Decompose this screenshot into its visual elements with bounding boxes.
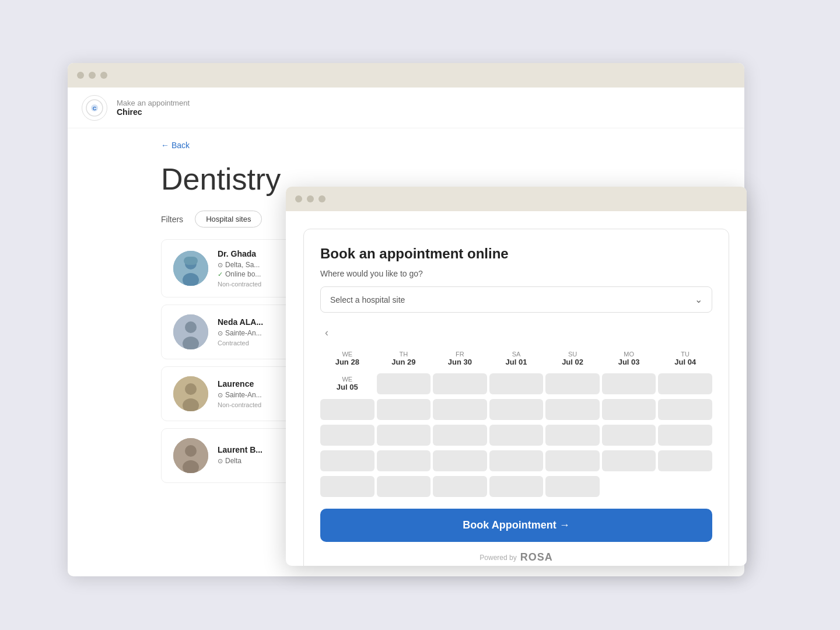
location-icon-1 xyxy=(218,261,223,269)
cal-header-0: WE Jun 28 xyxy=(320,348,374,371)
cal-slot-2-4[interactable] xyxy=(320,450,374,471)
app-header: C Make an appointment Chirec xyxy=(68,88,744,128)
check-icon-1 xyxy=(218,270,223,278)
avatar-svg-2 xyxy=(173,314,208,349)
header-text: Make an appointment Chirec xyxy=(117,99,190,117)
cal-slot-2-7[interactable] xyxy=(489,450,544,471)
titlebar-dot-3 xyxy=(100,72,107,79)
avatar-svg-4 xyxy=(173,438,208,473)
cal-header-7: WE Jul 05 xyxy=(320,373,374,397)
avatar-svg-3 xyxy=(173,376,208,411)
cal-slot-1-6[interactable] xyxy=(377,425,431,446)
svg-text:C: C xyxy=(93,106,97,111)
cal-slot-2-1[interactable] xyxy=(545,425,600,446)
booking-title: Book an appointment online xyxy=(320,246,712,262)
calendar: ‹ WE Jun 28 TH Jun 29 FR Jun 30 SA xyxy=(320,324,712,499)
titlebar-1 xyxy=(68,63,744,88)
cal-slot-1-3[interactable] xyxy=(602,399,656,420)
cal-slot-2-5[interactable] xyxy=(377,450,431,471)
hospital-select[interactable]: Select a hospital site ⌄ xyxy=(320,286,712,313)
cal-slot-0-6[interactable] xyxy=(320,399,374,420)
titlebar2-dot-2 xyxy=(307,195,314,202)
cal-slot-0-7[interactable] xyxy=(377,399,431,420)
booking-subtitle: Where would you like to go? xyxy=(320,269,712,278)
cal-header-2: FR Jun 30 xyxy=(433,348,487,371)
svg-point-8 xyxy=(185,321,197,333)
svg-point-11 xyxy=(185,383,197,395)
cal-slot-3-5[interactable] xyxy=(433,476,487,497)
titlebar2-dot-3 xyxy=(318,195,326,202)
powered-by: Powered by ROSA xyxy=(320,551,712,564)
booking-panel: Book an appointment online Where would y… xyxy=(303,229,729,566)
back-link[interactable]: ← Back xyxy=(161,141,190,150)
cal-slot-2-2[interactable] xyxy=(602,425,656,446)
cal-header-6: TU Jul 04 xyxy=(658,348,712,371)
cal-slot-3-0[interactable] xyxy=(545,450,600,471)
cal-slot-1-1[interactable] xyxy=(489,399,544,420)
doctor-avatar-3 xyxy=(173,376,208,411)
logo: C xyxy=(82,95,107,121)
cal-slot-1-2[interactable] xyxy=(545,399,600,420)
cal-slot-3-3[interactable] xyxy=(320,476,374,497)
cal-slot-2-0[interactable] xyxy=(489,425,544,446)
cal-header-5: MO Jul 03 xyxy=(602,348,656,371)
svg-point-14 xyxy=(185,445,197,457)
cal-slot-3-7[interactable] xyxy=(545,476,600,497)
doctor-avatar-1 xyxy=(173,251,208,286)
titlebar-dot-1 xyxy=(77,72,84,79)
cal-slot-0-1[interactable] xyxy=(433,373,487,394)
titlebar2-dot-1 xyxy=(295,195,302,202)
calendar-nav: ‹ xyxy=(320,324,712,341)
doctor-avatar-2 xyxy=(173,314,208,349)
titlebar-2 xyxy=(286,187,747,211)
cal-slot-3-1[interactable] xyxy=(602,450,656,471)
cal-header-4: SU Jul 02 xyxy=(545,348,600,371)
cal-slot-0-5[interactable] xyxy=(658,373,712,394)
cal-slot-0-0[interactable] xyxy=(377,373,431,394)
cal-slot-2-6[interactable] xyxy=(433,450,487,471)
svg-rect-6 xyxy=(184,257,198,265)
location-icon-2 xyxy=(218,329,223,337)
cal-header-1: TH Jun 29 xyxy=(377,348,431,371)
cal-slot-1-7[interactable] xyxy=(433,425,487,446)
book-appointment-button[interactable]: Book Appointment → xyxy=(320,509,712,542)
logo-svg: C xyxy=(85,99,104,117)
cal-slot-2-3[interactable] xyxy=(658,425,712,446)
hospital-select-label: Select a hospital site xyxy=(330,295,405,304)
cal-header-3: SA Jul 01 xyxy=(489,348,544,371)
rosa-brand: ROSA xyxy=(520,551,553,564)
location-icon-4 xyxy=(218,457,223,465)
header-title: Chirec xyxy=(117,107,190,117)
chevron-down-icon: ⌄ xyxy=(695,294,702,305)
calendar-prev-button[interactable]: ‹ xyxy=(320,324,333,341)
hospital-sites-filter[interactable]: Hospital sites xyxy=(195,211,262,228)
cal-slot-3-2[interactable] xyxy=(658,450,712,471)
calendar-grid: WE Jun 28 TH Jun 29 FR Jun 30 SA Jul 01 … xyxy=(320,348,712,499)
browser-window-2: Book an appointment online Where would y… xyxy=(286,187,747,566)
titlebar-dot-2 xyxy=(89,72,96,79)
cal-slot-1-5[interactable] xyxy=(320,425,374,446)
header-subtitle: Make an appointment xyxy=(117,99,190,107)
location-icon-3 xyxy=(218,391,223,399)
powered-by-label: Powered by xyxy=(480,554,516,562)
cal-slot-3-6[interactable] xyxy=(489,476,544,497)
cal-slot-0-3[interactable] xyxy=(545,373,600,394)
cal-slot-0-4[interactable] xyxy=(602,373,656,394)
cal-slot-1-4[interactable] xyxy=(658,399,712,420)
filters-label: Filters xyxy=(161,215,183,224)
doctor-avatar-4 xyxy=(173,438,208,473)
avatar-svg-1 xyxy=(173,251,208,286)
cal-slot-1-0[interactable] xyxy=(433,399,487,420)
cal-slot-3-4[interactable] xyxy=(377,476,431,497)
cal-slot-0-2[interactable] xyxy=(489,373,544,394)
